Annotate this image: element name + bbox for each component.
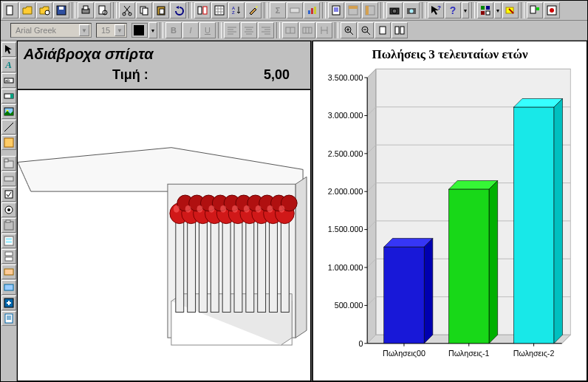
chart-icon[interactable] [304, 2, 320, 18]
ruler-h-icon[interactable] [345, 2, 361, 18]
ruler-v-icon[interactable] [362, 2, 378, 18]
align-right-icon[interactable] [258, 22, 274, 38]
bold-button[interactable]: B [165, 22, 182, 38]
new-file-icon[interactable] [2, 2, 18, 18]
svg-rect-69 [4, 269, 13, 275]
font-size-combo[interactable]: 15 ▼ [96, 23, 127, 38]
chevron-down-icon[interactable]: ▼ [79, 24, 89, 36]
print-preview-icon[interactable] [95, 2, 111, 18]
control-icon[interactable] [287, 2, 303, 18]
option-tool-icon[interactable] [1, 202, 16, 217]
label-tool-icon[interactable]: A [1, 58, 16, 72]
font-combo[interactable]: Arial Greek ▼ [10, 23, 92, 38]
help-icon[interactable]: ? [445, 2, 461, 18]
svg-rect-65 [6, 238, 12, 240]
svg-rect-23 [332, 6, 340, 15]
snapshot-icon[interactable] [403, 2, 420, 18]
help-arrow-icon[interactable]: ▼ [462, 2, 469, 18]
svg-rect-52 [10, 94, 13, 98]
report-tool-icon[interactable] [1, 311, 16, 326]
subform-tool-icon[interactable] [1, 233, 16, 248]
svg-rect-11 [143, 8, 148, 15]
checkbox-tool-icon[interactable] [1, 187, 16, 202]
bound-tool-icon[interactable] [1, 280, 16, 295]
align-arrow-icon[interactable]: ▼ [494, 2, 502, 18]
y-tick-label: 0 [358, 339, 363, 348]
paste-icon[interactable] [153, 2, 169, 18]
svg-point-61 [7, 208, 10, 211]
merge-cells-icon[interactable] [282, 22, 298, 38]
sum-icon[interactable]: Σ [270, 2, 286, 18]
line-tool-icon[interactable] [1, 120, 16, 134]
svg-rect-57 [4, 159, 8, 162]
pagebreak-tool-icon[interactable] [1, 249, 16, 264]
font-color-picker[interactable] [131, 23, 148, 38]
color-arrow-icon[interactable]: ▼ [148, 22, 157, 38]
autoformat-icon[interactable] [245, 2, 261, 18]
svg-rect-79 [222, 217, 230, 313]
tab-tool-icon[interactable] [1, 156, 16, 171]
open-db-icon[interactable] [36, 2, 52, 18]
rect-tool-icon[interactable] [1, 135, 16, 150]
more-tool-icon[interactable] [1, 296, 16, 310]
svg-rect-46 [380, 27, 386, 34]
separator [160, 22, 163, 38]
field-list-icon[interactable] [194, 2, 211, 18]
layers-icon[interactable] [502, 2, 519, 18]
zoom-multi-icon[interactable] [392, 22, 408, 38]
group-icon[interactable] [527, 2, 543, 18]
svg-rect-59 [5, 191, 13, 198]
svg-point-109 [220, 205, 226, 213]
combo-tool-icon[interactable] [1, 89, 16, 103]
select-tool-icon[interactable] [1, 42, 16, 57]
main-toolbar: AZ Σ ? ? ▼ ▼ [1, 1, 587, 21]
y-tick-label: 500.000 [335, 301, 363, 310]
y-tick-label: 1.500.000 [328, 225, 363, 234]
svg-text:?: ? [437, 4, 441, 11]
zoom-in-icon[interactable] [341, 22, 357, 38]
separator [72, 2, 75, 18]
unbound-tool-icon[interactable] [1, 265, 16, 279]
svg-rect-13 [160, 9, 164, 14]
product-header: Αδιάβροχα σπίρτα Τιμή : 5,00 [17, 41, 311, 89]
align-center-icon[interactable] [241, 22, 257, 38]
svg-rect-34 [486, 6, 490, 10]
chart-title: Πωλήσεις 3 τελευταίων ετών [316, 47, 584, 62]
cut-icon[interactable] [119, 2, 135, 18]
sort-icon[interactable]: AZ [228, 2, 245, 18]
underline-button[interactable]: U [199, 22, 216, 38]
button-tool-icon[interactable] [1, 171, 16, 186]
cursor-help-icon[interactable]: ? [428, 2, 444, 18]
align-left-icon[interactable] [224, 22, 240, 38]
frame-tool-icon[interactable] [1, 218, 16, 233]
print-icon[interactable] [78, 2, 94, 18]
italic-button[interactable]: I [182, 22, 199, 38]
report-icon[interactable] [328, 2, 344, 18]
y-tick-label: 3.500.000 [328, 73, 363, 82]
wizard-icon[interactable] [544, 2, 560, 18]
picture-tool-icon[interactable] [1, 104, 16, 119]
open-file-icon[interactable] [19, 2, 35, 18]
undo-icon[interactable] [170, 2, 186, 18]
x-tick-label: Πωλησεις-1 [448, 349, 490, 358]
svg-rect-67 [5, 252, 13, 256]
zoom-page-icon[interactable] [375, 22, 391, 38]
camera-icon[interactable] [386, 2, 403, 18]
svg-rect-72 [5, 314, 13, 323]
chevron-down-icon[interactable]: ▼ [114, 24, 125, 36]
svg-rect-80 [234, 217, 242, 313]
save-icon[interactable] [53, 2, 69, 18]
text-tool-icon[interactable]: ab [1, 73, 16, 88]
split-cells-icon[interactable] [299, 22, 315, 38]
svg-rect-70 [4, 284, 13, 290]
svg-rect-66 [6, 241, 12, 243]
align-icon[interactable] [477, 2, 493, 18]
column-width-icon[interactable] [316, 22, 332, 38]
grid-icon[interactable] [211, 2, 228, 18]
svg-rect-78 [211, 217, 219, 313]
font-size: 15 [98, 26, 114, 35]
svg-rect-48 [400, 27, 404, 34]
svg-rect-38 [530, 6, 536, 13]
zoom-out-icon[interactable] [358, 22, 374, 38]
copy-icon[interactable] [136, 2, 152, 18]
